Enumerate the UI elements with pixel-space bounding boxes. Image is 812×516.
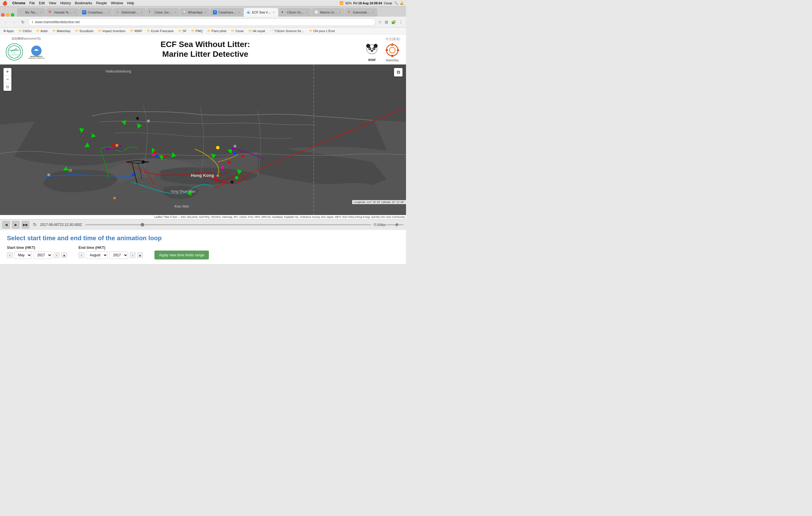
search-icon[interactable]: 🔍 [394, 1, 398, 5]
timeline-next-button[interactable]: ▶▶ [22, 221, 29, 228]
forward-button[interactable]: › [11, 19, 18, 26]
layers-button[interactable]: ⧉ [394, 68, 403, 77]
minimize-button[interactable] [6, 13, 9, 17]
menu-help[interactable]: Help [127, 1, 135, 5]
menu-edit[interactable]: Edit [39, 1, 45, 5]
start-prev-button[interactable]: ‹ [7, 252, 12, 258]
bookmark-impact[interactable]: 📁 Impact Invention [96, 29, 127, 33]
tab-close-icon[interactable]: × [173, 10, 176, 14]
apply-time-limits-button[interactable]: Apply new time limits range [154, 250, 209, 260]
zoom-in-button[interactable]: + [4, 68, 11, 76]
bookmark-wwf[interactable]: 📁 WWF [128, 29, 144, 33]
menu-view[interactable]: View [49, 1, 56, 5]
tab-close-icon[interactable]: × [306, 10, 309, 14]
menu-window[interactable]: Window [111, 1, 123, 5]
start-next-button[interactable]: › [54, 252, 60, 258]
tab-close-icon[interactable]: × [107, 10, 110, 14]
end-year-select[interactable]: 2017 [110, 251, 128, 259]
menu-people[interactable]: People [96, 1, 107, 5]
tab-close-icon[interactable]: × [74, 10, 76, 14]
bookmark-citisci[interactable]: 📁 CitiSci [17, 29, 33, 33]
tab-marine-lit[interactable]: 📄 Marine Lit… × [312, 8, 344, 17]
tab-citizen-sc[interactable]: ● Citizen Sc… × [279, 8, 312, 17]
tab-close-icon[interactable]: × [371, 10, 374, 14]
tab-close-icon[interactable]: × [339, 10, 342, 14]
tab-close-icon[interactable]: × [140, 10, 143, 14]
address-bar[interactable]: ℹ www.marinelitterdetective.net [28, 18, 376, 26]
timeline-refresh-button[interactable]: ↻ [31, 222, 38, 228]
zoom-reset-button[interactable]: ⊡ [4, 83, 11, 90]
bookmark-label: CitiSci [23, 29, 31, 33]
bookmark-sf[interactable]: 📁 SF [176, 29, 188, 33]
menu-bookmarks[interactable]: Bookmarks [75, 1, 92, 5]
bookmark-label: WWF [135, 29, 142, 33]
tab-cesarhara1[interactable]: 18 Cesarhara… × [79, 8, 113, 17]
layers-icon: ⧉ [397, 70, 400, 75]
tab-my-tasks[interactable]: ✓ My Tas… × [17, 8, 46, 17]
map-container[interactable]: ✈ Haikuotiankong Hong Kong Yung Shue Wan… [0, 64, 406, 215]
bookmark-ecole[interactable]: 📁 Ecole Francaise [145, 29, 175, 33]
svg-point-59 [152, 153, 155, 156]
maximize-button[interactable] [11, 13, 14, 17]
timeline-play-button[interactable]: ▶ [12, 221, 20, 228]
chinese-link[interactable]: 中文(香港) [386, 37, 400, 41]
end-month-select[interactable]: August [86, 251, 108, 259]
bookmark-pmq[interactable]: 📁 PMQ [190, 29, 204, 33]
menu-history[interactable]: History [60, 1, 71, 5]
start-month-select[interactable]: May [14, 251, 32, 259]
tab-ecf-sea[interactable]: 🌊 ECF Sea V… × [244, 8, 278, 17]
zoom-out-button[interactable]: − [4, 76, 11, 83]
tab-instructab[interactable]: ⚙ Instructab… × [345, 8, 377, 17]
tab-close-icon[interactable]: × [237, 10, 240, 14]
menu-chrome[interactable]: Chrome [12, 1, 25, 5]
timeline-thumb[interactable] [141, 223, 144, 226]
folder-icon: 📁 [231, 29, 234, 32]
bookmark-citizen-sci[interactable]: 📄 "Citizen Science for… [268, 29, 306, 33]
chrome-menu-icon[interactable]: ⋮ [398, 19, 404, 25]
start-year-select[interactable]: 2017 [33, 251, 52, 259]
close-button[interactable] [1, 13, 5, 17]
bookmark-cesar[interactable]: 📁 Cesar [229, 29, 245, 33]
map-svg: ✈ [0, 64, 406, 215]
end-time-selectors[interactable]: ‹ August 2017 › ▲ [79, 251, 143, 259]
bookmark-scoutbots[interactable]: 📁 Scoutbots [74, 29, 95, 33]
bookmark-label: Cesar [235, 29, 243, 33]
fps-thumb[interactable] [396, 223, 398, 226]
tab-close-icon[interactable]: × [204, 10, 207, 14]
menu-file[interactable]: File [29, 1, 35, 5]
svg-point-54 [216, 146, 220, 150]
bookmark-apps[interactable]: ⊞ Apps [2, 29, 16, 33]
extensions-icon[interactable]: 🧩 [390, 19, 397, 25]
folder-icon: 📁 [98, 29, 102, 32]
end-prev-button[interactable]: ‹ [79, 252, 84, 258]
bookmark-oh-envt[interactable]: 📁 OH pour L'Envt [308, 29, 337, 33]
bookmark-makerbay[interactable]: 📁 Makerbay [51, 29, 72, 33]
end-up-button[interactable]: ▲ [137, 252, 143, 258]
tab-close-icon[interactable]: × [272, 10, 276, 14]
start-up-button[interactable]: ▲ [61, 252, 67, 258]
reload-button[interactable]: ↻ [20, 19, 26, 26]
back-button[interactable]: ‹ [2, 19, 9, 26]
tab-label: WhatsApp [188, 10, 203, 14]
tab-cesarjun[interactable]: f Cesar Jun… × [146, 8, 179, 17]
timeline-slider[interactable] [85, 224, 371, 225]
notification-icon[interactable]: 🔔 [400, 1, 404, 5]
cast-icon[interactable]: ⊞ [384, 19, 389, 25]
timeline-prev-button[interactable]: ◀ [2, 221, 10, 228]
tab-whatsapp[interactable]: 💬 WhatsApp × [180, 8, 210, 17]
timeline-slider-container[interactable] [85, 224, 371, 225]
end-next-button[interactable]: › [130, 252, 136, 258]
start-time-selectors[interactable]: ‹ May 2017 › ▲ [7, 251, 67, 259]
apple-menu[interactable]: 🍎 [2, 1, 7, 5]
tab-deliverables[interactable]: ▲ Deliverabl… × [113, 8, 146, 17]
user-name: Cesar [384, 1, 392, 5]
tab-harada[interactable]: M Harada Te… × [46, 8, 79, 17]
fps-slider[interactable] [386, 224, 404, 225]
bookmark-star-icon[interactable]: ☆ [377, 19, 383, 25]
tab-close-icon[interactable]: × [40, 10, 43, 14]
tab-cesarhara2[interactable]: 18 Cesarhara… × [210, 8, 243, 17]
bookmark-hk-expat[interactable]: 📁 Hk expat [247, 29, 267, 33]
bookmark-paris[interactable]: 📁 Paris pihet [205, 29, 228, 33]
bookmark-aster[interactable]: 📁 Aster [34, 29, 50, 33]
svg-point-58 [216, 174, 219, 177]
